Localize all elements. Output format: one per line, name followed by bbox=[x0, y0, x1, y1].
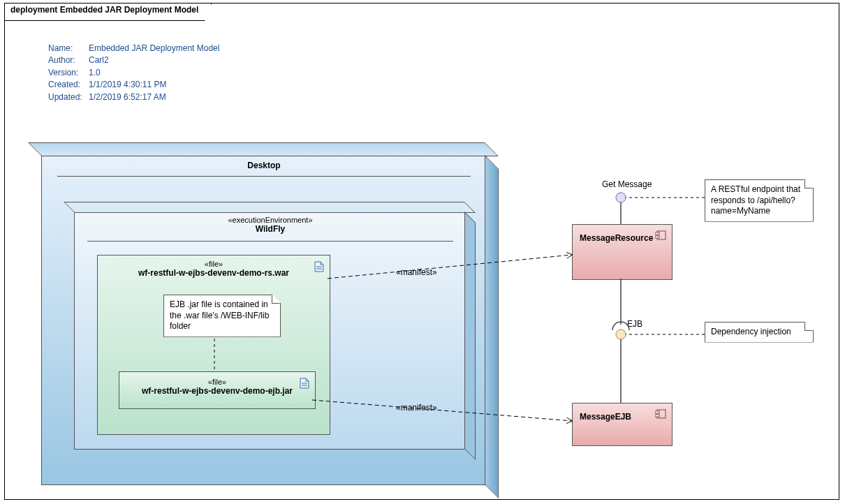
edge-manifest-jar-label: «manifest» bbox=[396, 403, 437, 413]
artifact-war[interactable]: «file» wf-restful-w-ejbs-devenv-demo-rs.… bbox=[97, 255, 330, 435]
component-icon bbox=[655, 409, 666, 419]
component-message-ejb[interactable]: MessageEJB bbox=[572, 403, 673, 446]
meta-version: 1.0 bbox=[89, 67, 101, 79]
node-wildfly-title: WildFly bbox=[78, 224, 463, 234]
diagram-frame: deployment Embedded JAR Deployment Model… bbox=[4, 3, 839, 500]
meta-author-label: Author: bbox=[48, 54, 89, 66]
meta-created: 1/1/2019 4:30:11 PM bbox=[89, 79, 166, 91]
artifact-jar[interactable]: «file» wf-restful-w-ejbs-devenv-demo-ejb… bbox=[119, 371, 316, 409]
artifact-war-stereotype: «file» bbox=[101, 260, 327, 268]
meta-name: Embedded JAR Deployment Model bbox=[89, 43, 219, 54]
note-di-text: Dependency injection bbox=[711, 327, 791, 336]
document-icon bbox=[314, 261, 324, 272]
document-icon bbox=[300, 378, 309, 389]
svg-rect-5 bbox=[655, 415, 659, 417]
component-message-resource[interactable]: MessageResource bbox=[572, 224, 673, 280]
note-restful[interactable]: A RESTful endpoint that responds to /api… bbox=[705, 179, 814, 222]
note-contained-text: EJB .jar file is contained in the .war f… bbox=[170, 299, 269, 331]
node-wildfly-stereotype: «executionEnvironment» bbox=[78, 216, 463, 224]
interface-get-message-label: Get Message bbox=[602, 179, 652, 189]
meta-updated: 1/2/2019 6:52:17 AM bbox=[89, 91, 166, 103]
component-icon bbox=[655, 230, 666, 240]
artifact-jar-name: wf-restful-w-ejbs-devenv-demo-ejb.jar bbox=[122, 386, 312, 396]
meta-created-label: Created: bbox=[48, 79, 89, 91]
meta-version-label: Version: bbox=[48, 67, 89, 79]
artifact-jar-stereotype: «file» bbox=[122, 378, 312, 386]
diagram-metadata: Name:Embedded JAR Deployment Model Autho… bbox=[48, 43, 219, 103]
svg-rect-4 bbox=[655, 411, 659, 413]
note-contained[interactable]: EJB .jar file is contained in the .war f… bbox=[163, 295, 281, 337]
interface-ejb-label: EJB bbox=[627, 319, 642, 329]
meta-author: Carl2 bbox=[89, 54, 109, 66]
node-wildfly[interactable]: «executionEnvironment» WildFly «file» wf… bbox=[74, 211, 466, 450]
meta-name-label: Name: bbox=[48, 43, 89, 54]
svg-rect-1 bbox=[655, 232, 659, 235]
svg-rect-2 bbox=[655, 236, 659, 238]
node-desktop-title: Desktop bbox=[42, 155, 486, 176]
meta-updated-label: Updated: bbox=[48, 91, 89, 103]
note-di[interactable]: Dependency injection bbox=[705, 322, 814, 343]
svg-point-14 bbox=[616, 329, 626, 339]
edge-manifest-war-label: «manifest» bbox=[396, 267, 437, 277]
artifact-war-name: wf-restful-w-ejbs-devenv-demo-rs.war bbox=[101, 268, 327, 278]
node-desktop[interactable]: Desktop «executionEnvironment» WildFly «… bbox=[41, 154, 487, 485]
frame-title: deployment Embedded JAR Deployment Model bbox=[4, 3, 212, 21]
note-restful-text: A RESTful endpoint that responds to /api… bbox=[711, 184, 800, 216]
svg-point-10 bbox=[616, 193, 626, 202]
